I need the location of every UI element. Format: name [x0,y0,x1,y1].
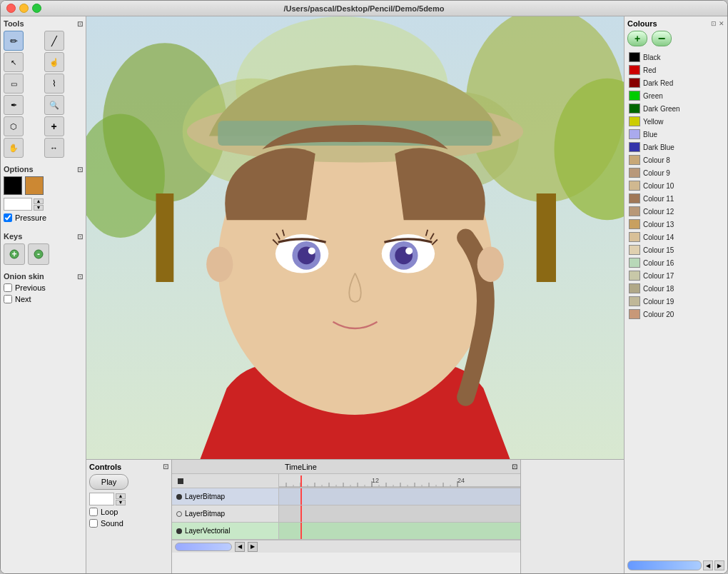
layer-row-2[interactable]: LayerBitmap [172,505,520,523]
ruler-mark-24: 24 [457,477,465,484]
pan-tool[interactable]: ✋ [4,138,24,158]
previous-checkbox[interactable] [4,283,12,292]
svg-text:-: - [37,249,40,259]
layer-1-name: LayerBitmap [185,493,225,500]
keys-dock-icon[interactable]: ⊡ [77,233,83,241]
colours-scroll-left[interactable]: ◀ [703,560,713,570]
tools-dock-icon[interactable]: ⊡ [77,20,83,28]
maximize-button[interactable] [32,4,41,13]
background-swatch[interactable] [25,176,44,195]
controls-dock-icon[interactable]: ⊡ [163,463,168,471]
options-dock-icon[interactable]: ⊡ [77,166,83,173]
eraser-tool[interactable]: ▭ [4,74,24,94]
frame-input[interactable]: 12 [89,493,114,505]
next-checkbox[interactable] [4,295,12,303]
minimize-button[interactable] [19,4,29,13]
keys-remove-button[interactable]: - [28,243,49,265]
sound-label: Sound [101,519,123,528]
timeline-scroll-right[interactable]: ▶ [248,542,258,552]
select-tool[interactable]: ↖ [4,52,24,72]
fill-tool[interactable]: ⌇ [44,74,64,94]
close-button[interactable] [6,4,16,13]
colour-item[interactable]: Colour 16 [627,256,724,269]
keys-add-button[interactable]: + [4,243,25,265]
pressure-checkbox[interactable] [4,213,12,222]
colour-item[interactable]: Colour 9 [627,166,724,179]
loop-row: Loop [89,508,168,516]
arrow-tool[interactable]: ↔ [44,138,64,158]
colour-item[interactable]: Dark Blue [627,141,724,153]
left-panel: Tools ⊡ ✏ ╱ ↖ ☝ ▭ ⌇ ✒ 🔍 ⬡ + ✋ ↔ [1,16,86,573]
onion-dock-icon[interactable]: ⊡ [77,273,83,281]
colour-name: Yellow [643,118,664,126]
options-header: Options ⊡ [4,165,83,173]
colours-scrollbar[interactable] [627,560,702,570]
play-label: Play [101,478,116,486]
size-input[interactable]: 2.0 [4,198,32,211]
eyedropper-tool[interactable]: ✒ [4,95,24,115]
frame-up-arrow[interactable]: ▲ [116,493,126,499]
colour-item[interactable]: Colour 19 [627,295,724,308]
colours-scroll-right[interactable]: ▶ [714,560,724,570]
brush-tool[interactable]: ╱ [44,31,64,51]
colour-item[interactable]: Colour 14 [627,231,724,243]
colour-item[interactable]: Colour 12 [627,205,724,218]
layer-row-3[interactable]: LayerVectorial [172,523,520,540]
colour-item[interactable]: Colour 10 [627,179,724,192]
colour-item[interactable]: Dark Red [627,76,724,89]
plus-tool[interactable]: + [44,116,64,136]
foreground-swatch[interactable] [4,176,22,195]
lasso-tool[interactable]: ⬡ [4,116,24,136]
colours-dock-icon[interactable]: ⊡ [711,20,717,27]
tools-grid: ✏ ╱ ↖ ☝ ▭ ⌇ ✒ 🔍 ⬡ + ✋ ↔ [4,31,83,158]
colour-swatch [629,78,640,88]
colour-item[interactable]: Colour 11 [627,192,724,205]
tools-section: Tools ⊡ ✏ ╱ ↖ ☝ ▭ ⌇ ✒ 🔍 ⬡ + ✋ ↔ [4,19,83,158]
colour-swatch [629,232,640,242]
zoom-tool[interactable]: 🔍 [44,95,64,115]
svg-point-21 [308,248,315,255]
loop-checkbox[interactable] [89,508,98,516]
colour-item[interactable]: Blue [627,128,724,141]
colour-name: Colour 20 [643,311,674,318]
size-up-arrow[interactable]: ▲ [34,198,44,204]
timeline-scrollbar[interactable] [175,543,232,551]
timeline-panel: TimeLine ⊡ 12 24 36 [172,460,520,573]
colour-item[interactable]: Colour 18 [627,282,724,295]
frame-down-arrow[interactable]: ▼ [116,500,126,505]
ruler-left [172,474,279,488]
colour-item[interactable]: Colour 13 [627,218,724,231]
ruler-area[interactable]: 12 24 36 [279,474,520,488]
colour-item[interactable]: Black [627,51,724,64]
colour-item[interactable]: Red [627,64,724,76]
layer-3-name: LayerVectorial [185,527,230,535]
colour-item[interactable]: Dark Green [627,102,724,115]
layer-2-dot [176,511,182,517]
colour-item[interactable]: Colour 17 [627,269,724,282]
colour-swatch [629,181,640,191]
play-button[interactable]: Play [89,474,128,490]
remove-colour-button[interactable]: − [652,31,672,46]
loop-label: Loop [101,508,118,516]
sound-checkbox[interactable] [89,519,98,528]
timeline-scroll-left[interactable]: ◀ [235,542,245,552]
colour-item[interactable]: Colour 20 [627,308,724,321]
hand-tool[interactable]: ☝ [44,52,64,72]
layer-row-1[interactable]: LayerBitmap [172,488,520,505]
svg-point-26 [206,246,233,282]
timeline-dock-icon[interactable]: ⊡ [512,463,517,470]
colours-close-icon[interactable]: ✕ [719,20,724,27]
colour-item[interactable]: Yellow [627,115,724,128]
colour-item[interactable]: Colour 8 [627,153,724,166]
size-down-arrow[interactable]: ▼ [34,205,44,211]
next-row: Next [4,295,83,303]
svg-rect-10 [537,193,556,282]
colour-item[interactable]: Colour 15 [627,243,724,256]
add-colour-button[interactable]: + [627,31,647,46]
colour-item[interactable]: Green [627,89,724,102]
layer-3-track [279,523,520,539]
pencil-tool[interactable]: ✏ [4,31,24,51]
ruler-ticks [279,474,520,488]
canvas-area[interactable] [86,16,624,459]
svg-point-27 [477,246,504,282]
